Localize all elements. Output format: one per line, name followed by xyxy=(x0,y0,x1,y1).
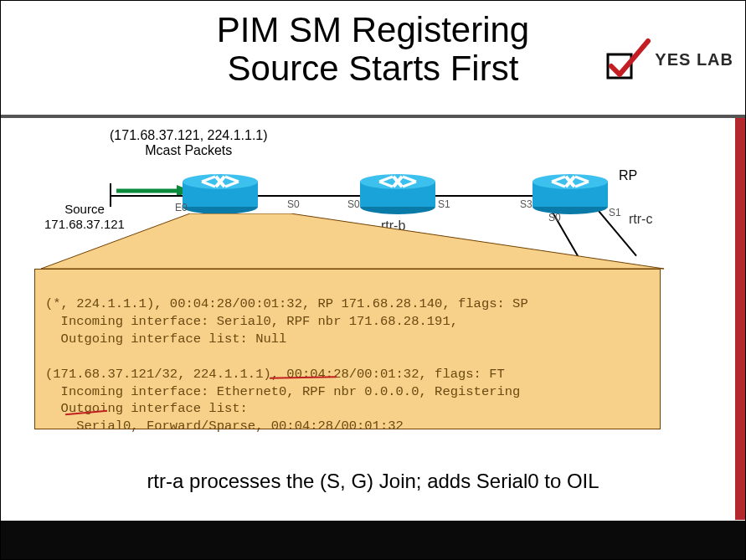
source-host-label: Source 171.68.37.121 xyxy=(44,202,125,232)
iface-b-s0: S0 xyxy=(347,198,360,210)
slide-content: (171.68.37.121, 224.1.1.1) Mcast Packets… xyxy=(1,118,745,128)
cli-line-3: Outgoing interface list: Null xyxy=(45,331,286,347)
side-accent-bar xyxy=(735,118,745,520)
packet-text: Mcast Packets xyxy=(110,143,268,158)
slide-caption: rtr-a processes the (S, G) Join; adds Se… xyxy=(1,470,745,493)
mroute-output-box: (*, 224.1.1.1), 00:04:28/00:01:32, RP 17… xyxy=(34,269,661,429)
router-c-icon xyxy=(532,173,609,215)
packet-sg: (171.68.37.121, 224.1.1.1) xyxy=(110,128,268,143)
mcast-packet-label: (171.68.37.121, 224.1.1.1) Mcast Packets xyxy=(110,128,268,158)
rtr-c-label: rtr-c xyxy=(629,212,652,227)
iface-c-s3: S3 xyxy=(520,198,532,210)
logo-text: YES LAB xyxy=(655,50,733,69)
source-ip: 171.68.37.121 xyxy=(44,217,125,232)
yeslab-logo: YES LAB xyxy=(605,36,733,83)
link-a-b xyxy=(257,195,361,197)
rp-label: RP xyxy=(619,168,637,183)
iface-b-s1: S1 xyxy=(438,198,450,210)
cli-line-5: (171.68.37.121/32, 224.1.1.1), 00:04:28/… xyxy=(45,367,505,382)
iface-a-e0: E0 xyxy=(175,202,188,213)
router-b-icon xyxy=(359,173,436,215)
cli-line-8: Serial0, Forward/Sparse, 00:04:28/00:01:… xyxy=(45,419,404,434)
iface-c-s1: S1 xyxy=(609,207,621,218)
cli-line-6: Incoming interface: Ethernet0, RPF nbr 0… xyxy=(45,384,520,399)
cli-line-1: (*, 224.1.1.1), 00:04:28/00:01:32, RP 17… xyxy=(45,296,528,311)
source-stub-link xyxy=(110,195,189,197)
link-b-c xyxy=(435,195,533,197)
slide-header: PIM SM Registering Source Starts First Y… xyxy=(1,1,745,118)
rtr-b-label: rtr-b xyxy=(381,218,405,234)
cli-line-2: Incoming interface: Serial0, RPF nbr 171… xyxy=(45,314,458,329)
iface-c-s0: S0 xyxy=(548,212,561,223)
bottom-bar xyxy=(1,521,745,559)
checkmark-icon xyxy=(605,36,651,83)
router-a-icon xyxy=(182,173,259,215)
source-word: Source xyxy=(44,202,125,217)
rtr-a-label: rtr-a xyxy=(202,218,226,234)
iface-a-s0: S0 xyxy=(287,198,300,210)
